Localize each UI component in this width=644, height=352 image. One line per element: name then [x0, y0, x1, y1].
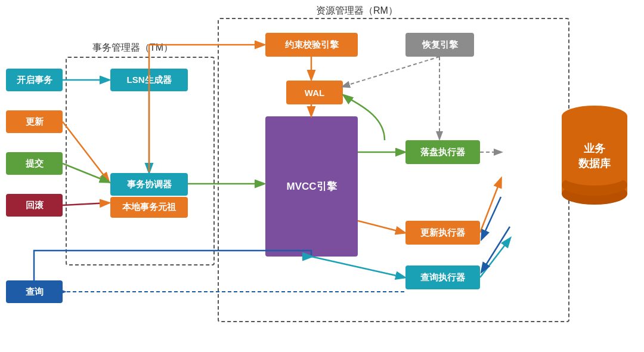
svg-text:数据库: 数据库 — [578, 157, 611, 169]
constraint-engine-node: 约束校验引擎 — [265, 33, 358, 57]
tm-label: 事务管理器（TM） — [92, 42, 173, 54]
transaction-coordinator-node: 事务协调器 — [110, 173, 188, 196]
mvcc-engine-node: MVCC引擎 — [265, 116, 358, 257]
business-db-svg: 业务 数据库 — [556, 98, 633, 212]
start-transaction-node: 开启事务 — [6, 69, 63, 91]
lsn-generator-node: LSN生成器 — [110, 69, 188, 91]
local-tx-ancestor-node: 本地事务元祖 — [110, 197, 188, 218]
diagram-container: 事务管理器（TM） 资源管理器（RM） 开启事务 更新 提交 回滚 查询 LSN… — [0, 0, 644, 352]
recovery-engine-node: 恢复引擎 — [405, 33, 474, 57]
rm-label: 资源管理器（RM） — [316, 5, 398, 17]
update-executor-node: 更新执行器 — [405, 221, 480, 245]
commit-node: 提交 — [6, 152, 63, 175]
svg-text:业务: 业务 — [584, 143, 606, 155]
wal-node: WAL — [286, 81, 343, 104]
update-node: 更新 — [6, 110, 63, 133]
query-executor-node: 查询执行器 — [405, 265, 480, 289]
rollback-node: 回滚 — [6, 194, 63, 217]
query-node: 查询 — [6, 280, 63, 303]
disk-executor-node: 落盘执行器 — [405, 140, 480, 164]
